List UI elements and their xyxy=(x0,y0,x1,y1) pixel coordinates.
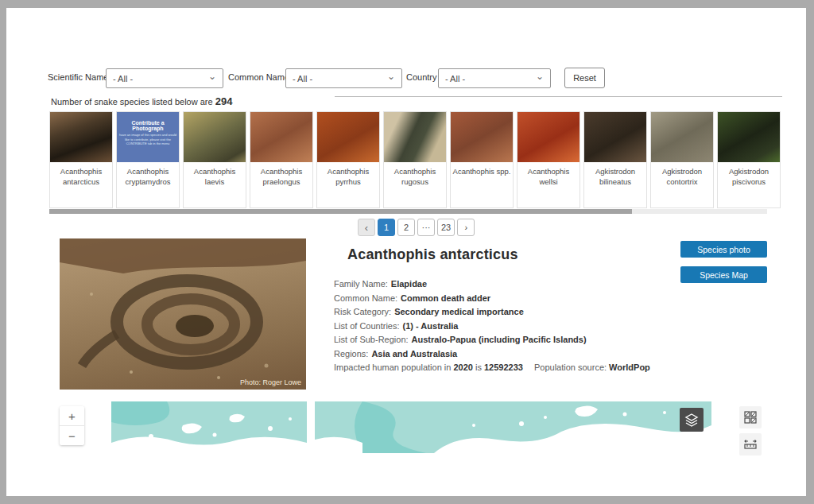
window-frame: Scientific Name - All - ⌄ Common Name - … xyxy=(0,0,814,504)
layers-icon xyxy=(684,413,699,427)
species-thumb-photo xyxy=(317,112,379,162)
species-thumb-photo xyxy=(250,112,312,162)
field-label: Family Name: xyxy=(334,279,388,289)
species-card-name: Agkistrodon piscivorus xyxy=(718,162,780,188)
species-count-value: 294 xyxy=(215,95,233,107)
species-card-name: Acanthophis rugosus xyxy=(384,162,446,188)
field-family: Family Name:Elapidae xyxy=(334,279,676,289)
field-label: Regions: xyxy=(334,349,368,359)
scientific-name-select[interactable]: - All - ⌄ xyxy=(106,68,223,88)
field-countries: List of Countries:(1) - Australia xyxy=(334,321,676,331)
chevron-down-icon: ⌄ xyxy=(208,73,216,79)
field-value: Secondary medical importance xyxy=(394,307,524,316)
species-card-contribute[interactable]: Contribute a Photograph have an image of… xyxy=(116,111,180,208)
field-risk-category: Risk Category:Secondary medical importan… xyxy=(334,307,676,316)
pagination-page-23[interactable]: 23 xyxy=(437,219,455,236)
field-label: Risk Category: xyxy=(334,307,391,316)
carousel-scrollbar-track[interactable] xyxy=(49,209,767,214)
scientific-name-label: Scientific Name xyxy=(48,72,108,82)
app-page: Scientific Name - All - ⌄ Common Name - … xyxy=(6,8,806,496)
field-label: List of Countries: xyxy=(334,321,400,331)
field-common-name: Common Name:Common death adder xyxy=(334,293,676,303)
carousel-scrollbar-thumb[interactable] xyxy=(49,209,632,214)
species-thumb-photo xyxy=(651,112,713,162)
population-line: Impacted human population in 2020 is 125… xyxy=(334,362,676,372)
species-card-name: Acanthophis laevis xyxy=(184,162,246,188)
species-card-name: Acanthophis pyrrhus xyxy=(317,162,379,188)
pagination-next-icon[interactable]: › xyxy=(457,219,475,236)
country-select[interactable]: - All - ⌄ xyxy=(438,68,551,88)
species-card[interactable]: Agkistrodon contortrix xyxy=(650,111,714,208)
basemap-gallery-button[interactable] xyxy=(739,406,762,428)
species-card[interactable]: Acanthophis rugosus xyxy=(383,111,447,208)
species-card[interactable]: Agkistrodon piscivorus xyxy=(717,111,781,208)
common-name-value: - All - xyxy=(293,74,312,83)
population-year: 2020 xyxy=(453,362,472,372)
species-title: Acanthophis antarcticus xyxy=(347,246,518,263)
species-thumb-photo xyxy=(451,112,513,162)
common-name-label: Common Name xyxy=(228,72,289,82)
map-illustration xyxy=(111,401,307,453)
species-thumb-photo xyxy=(584,112,646,162)
field-value: Common death adder xyxy=(401,293,490,303)
contribute-placeholder: Contribute a Photograph have an image of… xyxy=(117,112,179,162)
chevron-down-icon: ⌄ xyxy=(387,73,395,79)
species-photo: Photo: Roger Lowe xyxy=(60,238,306,390)
species-fields: Family Name:Elapidae Common Name:Common … xyxy=(334,279,676,372)
species-card-name: Acanthophis antarcticus xyxy=(50,162,112,188)
population-mid: is xyxy=(473,362,484,372)
field-value: Elapidae xyxy=(391,279,427,289)
species-card-name: Acanthophis cryptamydros xyxy=(117,162,179,188)
species-card[interactable]: Acanthophis pyrrhus xyxy=(316,111,380,208)
species-card-name: Agkistrodon contortrix xyxy=(651,162,713,188)
contribute-text: have an image of this species and would … xyxy=(117,133,179,146)
population-value: 12592233 xyxy=(484,362,523,372)
field-value: Australo-Papua (including Pacific Island… xyxy=(412,335,587,344)
field-subregion: List of Sub-Region:Australo-Papua (inclu… xyxy=(334,335,676,344)
reset-button[interactable]: Reset xyxy=(564,68,605,88)
species-card[interactable]: Acanthophis spp. xyxy=(450,111,514,208)
species-card-name: Acanthophis praelongus xyxy=(250,162,312,188)
country-label: Country xyxy=(406,72,437,82)
common-name-select[interactable]: - All - ⌄ xyxy=(285,68,402,88)
species-thumb-photo xyxy=(384,112,446,162)
species-count-text: Number of snake species listed below are xyxy=(51,97,215,107)
pagination: ‹ 1 2 ··· 23 › xyxy=(358,219,475,236)
pagination-prev-icon[interactable]: ‹ xyxy=(358,219,375,236)
population-prefix: Impacted human population in xyxy=(334,362,453,372)
species-count-line: Number of snake species listed below are… xyxy=(51,95,232,107)
species-card[interactable]: Acanthophis antarcticus xyxy=(49,111,113,208)
pagination-ellipsis[interactable]: ··· xyxy=(417,219,435,236)
species-thumb-photo xyxy=(517,112,579,162)
species-card[interactable]: Acanthophis praelongus xyxy=(250,111,313,208)
field-label: Common Name: xyxy=(334,293,397,303)
layers-button[interactable] xyxy=(680,408,704,432)
map-tile-left[interactable] xyxy=(111,401,307,453)
measure-icon xyxy=(744,438,757,451)
pagination-page-1[interactable]: 1 xyxy=(378,219,395,236)
species-thumb-photo xyxy=(718,112,780,162)
field-value: (1) - Australia xyxy=(403,321,459,331)
population-source-label: Population source: xyxy=(534,362,609,372)
map-tile-right[interactable] xyxy=(315,401,711,453)
population-source-value: WorldPop xyxy=(609,362,650,372)
pagination-page-2[interactable]: 2 xyxy=(397,219,415,236)
country-value: - All - xyxy=(445,74,465,83)
divider-line xyxy=(335,96,782,97)
species-map-button[interactable]: Species Map xyxy=(680,266,767,283)
contribute-title: Contribute a Photograph xyxy=(117,112,179,133)
zoom-out-button[interactable]: − xyxy=(60,426,84,445)
species-thumb-photo xyxy=(184,112,246,162)
species-card[interactable]: Agkistrodon bilineatus xyxy=(583,111,647,208)
field-label: List of Sub-Region: xyxy=(334,335,409,344)
species-thumb-photo xyxy=(50,112,112,162)
species-card[interactable]: Acanthophis laevis xyxy=(183,111,246,208)
zoom-in-button[interactable]: + xyxy=(60,406,84,425)
species-card[interactable]: Acanthophis wellsi xyxy=(517,111,580,208)
field-value: Asia and Australasia xyxy=(371,349,457,359)
map-zoom-control: + − xyxy=(60,406,84,445)
basemap-grid-icon xyxy=(744,411,757,424)
species-photo-button[interactable]: Species photo xyxy=(680,241,767,258)
measure-button[interactable] xyxy=(739,433,762,456)
species-carousel: Acanthophis antarcticus Contribute a Pho… xyxy=(49,111,800,210)
